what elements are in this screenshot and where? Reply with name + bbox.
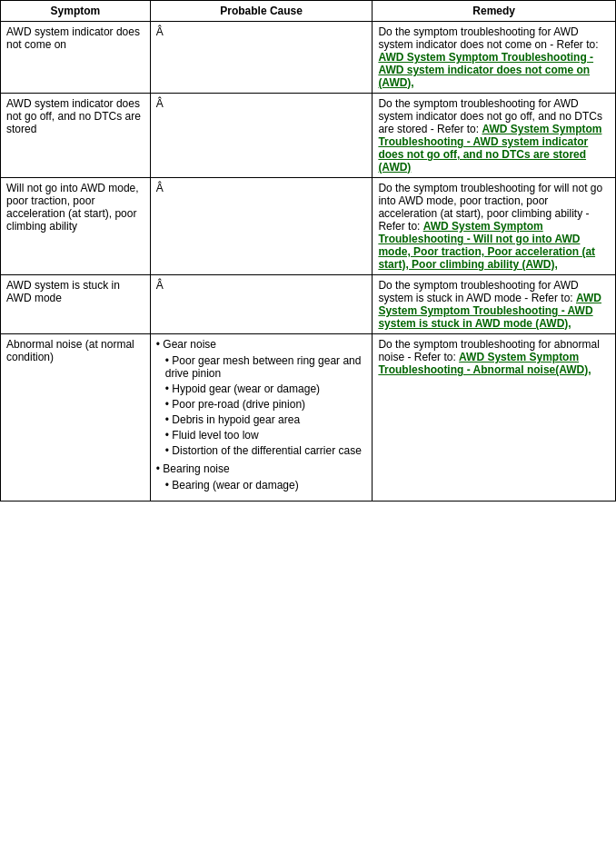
cause-cell-3: Â	[150, 275, 373, 334]
table-row: AWD system indicator does not come onÂDo…	[1, 22, 616, 94]
symptom-cell-0: AWD system indicator does not come on	[1, 22, 151, 94]
remedy-link[interactable]: AWD System Symptom Troubleshooting - Wil…	[378, 220, 595, 271]
remedy-cell-4: Do the symptom troubleshooting for abnor…	[373, 334, 616, 502]
cause-list-item: • Bearing noise• Bearing (wear or damage…	[156, 462, 367, 492]
symptom-cell-2: Will not go into AWD mode, poor traction…	[1, 178, 151, 275]
cause-sub-item: • Fluid level too low	[165, 429, 367, 442]
cause-cell-0: Â	[150, 22, 373, 94]
symptom-cell-1: AWD system indicator does not go off, an…	[1, 94, 151, 178]
table-row: AWD system is stuck in AWD modeÂDo the s…	[1, 275, 616, 334]
cause-sub-item: • Distortion of the differential carrier…	[165, 444, 367, 457]
main-table-container: Symptom Probable Cause Remedy AWD system…	[0, 0, 616, 502]
remedy-link[interactable]: AWD System Symptom Troubleshooting - AWD…	[378, 51, 593, 89]
table-row: Abnormal noise (at normal condition)• Ge…	[1, 334, 616, 502]
symptom-table: Symptom Probable Cause Remedy AWD system…	[0, 0, 616, 502]
cause-sub-item: • Poor gear mesh between ring gear and d…	[165, 354, 367, 380]
header-remedy: Remedy	[373, 1, 616, 22]
remedy-cell-2: Do the symptom troubleshooting for will …	[373, 178, 616, 275]
cause-cell-2: Â	[150, 178, 373, 275]
symptom-cell-4: Abnormal noise (at normal condition)	[1, 334, 151, 502]
table-row: Will not go into AWD mode, poor traction…	[1, 178, 616, 275]
remedy-cell-1: Do the symptom troubleshooting for AWD s…	[373, 94, 616, 178]
remedy-link[interactable]: AWD System Symptom Troubleshooting - AWD…	[378, 123, 601, 174]
cause-sub-item: • Hypoid gear (wear or damage)	[165, 382, 367, 395]
cause-sub-list: • Bearing (wear or damage)	[156, 479, 367, 492]
symptom-cell-3: AWD system is stuck in AWD mode	[1, 275, 151, 334]
remedy-link[interactable]: AWD System Symptom Troubleshooting - Abn…	[378, 351, 591, 376]
cause-sub-item: • Bearing (wear or damage)	[165, 479, 367, 492]
cause-list: • Gear noise• Poor gear mesh between rin…	[156, 338, 367, 492]
cause-cell-4: • Gear noise• Poor gear mesh between rin…	[150, 334, 373, 502]
header-symptom: Symptom	[1, 1, 151, 22]
remedy-cell-0: Do the symptom troubleshooting for AWD s…	[373, 22, 616, 94]
cause-sub-item: • Poor pre-road (drive pinion)	[165, 398, 367, 411]
table-row: AWD system indicator does not go off, an…	[1, 94, 616, 178]
cause-sub-item: • Debris in hypoid gear area	[165, 413, 367, 426]
header-cause: Probable Cause	[150, 1, 373, 22]
remedy-link[interactable]: AWD System Symptom Troubleshooting - AWD…	[378, 292, 601, 330]
remedy-cell-3: Do the symptom troubleshooting for AWD s…	[373, 275, 616, 334]
cause-list-item: • Gear noise• Poor gear mesh between rin…	[156, 338, 367, 457]
cause-cell-1: Â	[150, 94, 373, 178]
cause-sub-list: • Poor gear mesh between ring gear and d…	[156, 354, 367, 457]
